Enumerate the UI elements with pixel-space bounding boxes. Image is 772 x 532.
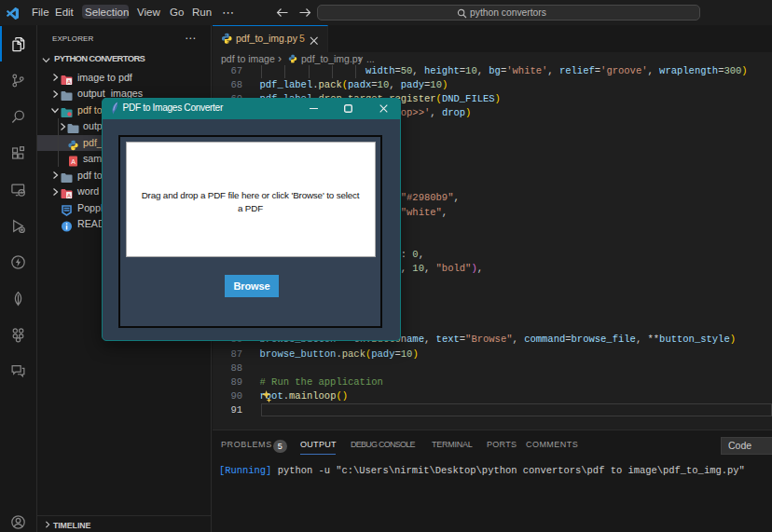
svg-text:A: A: [71, 158, 76, 165]
svg-text:A: A: [67, 193, 71, 198]
svg-text:A: A: [67, 78, 71, 84]
